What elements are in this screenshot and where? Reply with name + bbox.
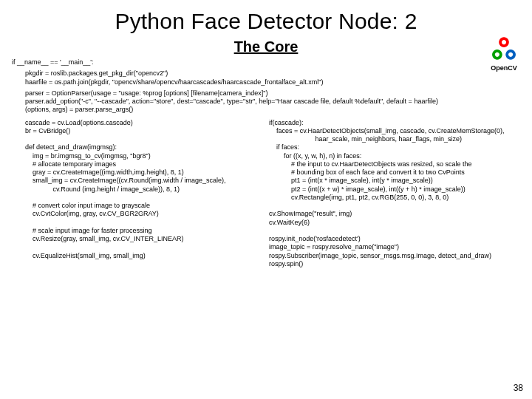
code-line: # the input to cv.HaarDetectObjects was … <box>269 160 471 168</box>
code-line: gray = cv.CreateImage((img.width,img.hei… <box>25 168 184 176</box>
opencv-logo-icon <box>490 35 518 64</box>
slide: Python Face Detector Node: 2 The Core Op… <box>0 0 532 399</box>
page-number: 38 <box>514 383 523 393</box>
slide-title: Python Face Detector Node: 2 <box>12 9 520 34</box>
code-line: rospy.init_node('rosfacedetect') <box>269 235 361 242</box>
code-line: cv.Rectangle(img, pt1, pt2, cv.RGB(255, … <box>269 194 449 201</box>
code-line: cv.ShowImage("result", img) <box>269 210 352 217</box>
code-line: cv.Round (img.height / image_scale)), 8,… <box>25 185 180 193</box>
code-line: for ((x, y, w, h), n) in faces: <box>269 152 361 160</box>
code-line: def detect_and_draw(imgmsg): <box>25 143 117 151</box>
code-line: img = br.imgmsg_to_cv(imgmsg, "bgr8") <box>25 152 151 160</box>
opencv-logo: OpenCV <box>488 35 520 75</box>
code-right-column: if(cascade): faces = cv.HaarDetectObject… <box>262 119 520 269</box>
opencv-logo-label: OpenCV <box>491 64 517 72</box>
code-line: faces = cv.HaarDetectObjects(small_img, … <box>269 127 505 134</box>
code-line: pt1 = (int(x * image_scale), int(y * ima… <box>269 177 433 184</box>
code-line: haarfile = os.path.join(pkgdir, "opencv/… <box>25 78 323 86</box>
code-line: br = CvBridge() <box>25 127 70 134</box>
code-line: cascade = cv.Load(options.cascade) <box>25 119 133 126</box>
code-line: # allocate temporary images <box>25 160 116 168</box>
code-top-line: if __name__ == '__main__': <box>12 58 520 66</box>
code-line: # scale input image for faster processin… <box>25 227 152 234</box>
code-columns: cascade = cv.Load(options.cascade) br = … <box>12 119 520 269</box>
code-line: if faces: <box>269 143 299 151</box>
code-line: cv.Resize(gray, small_img, cv.CV_INTER_L… <box>25 235 184 242</box>
code-line: (options, args) = parser.parse_args() <box>25 106 133 113</box>
code-line: rospy.Subscriber(image_topic, sensor_msg… <box>269 252 491 259</box>
code-block-parser: parser = OptionParser(usage = "usage: %p… <box>12 89 520 115</box>
code-line: cv.CvtColor(img, gray, cv.CV_BGR2GRAY) <box>25 210 159 217</box>
code-line: haar_scale, min_neighbors, haar_flags, m… <box>269 135 462 143</box>
subtitle-row: The Core OpenCV <box>12 38 520 55</box>
code-line: image_topic = rospy.resolve_name("image"… <box>269 243 399 250</box>
code-line: parser.add_option("-c", "--cascade", act… <box>25 98 438 105</box>
code-line: parser = OptionParser(usage = "usage: %p… <box>25 89 267 97</box>
code-block-pkg: pkgdir = roslib.packages.get_pkg_dir("op… <box>12 69 520 86</box>
code-line: pt2 = (int((x + w) * image_scale), int((… <box>269 185 466 193</box>
code-line: if(cascade): <box>269 119 304 126</box>
code-line: # convert color input image to grayscale <box>25 202 150 209</box>
code-left-column: cascade = cv.Load(options.cascade) br = … <box>12 119 262 269</box>
code-line: cv.WaitKey(6) <box>269 219 310 226</box>
code-line: # bounding box of each face and convert … <box>269 168 465 176</box>
code-line: pkgdir = roslib.packages.get_pkg_dir("op… <box>25 69 168 77</box>
slide-subtitle: The Core <box>234 38 299 55</box>
code-line: rospy.spin() <box>269 260 303 267</box>
code-line: small_img = cv.CreateImage((cv.Round(img… <box>25 177 226 184</box>
code-line: cv.EqualizeHist(small_img, small_img) <box>25 252 146 259</box>
